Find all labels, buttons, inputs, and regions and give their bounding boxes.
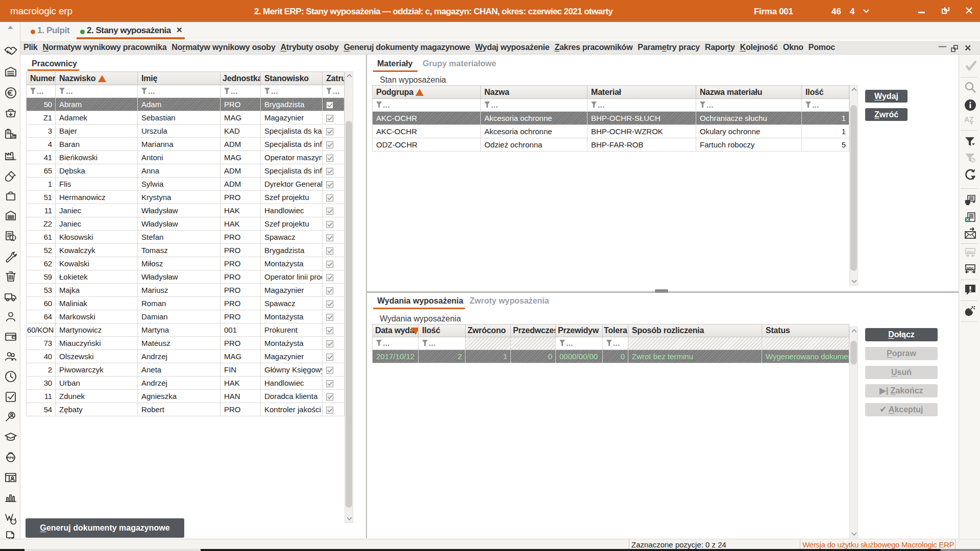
svg-text:PPK: PPK	[7, 456, 14, 460]
svg-text:abc: abc	[967, 249, 974, 254]
svg-text:abc: abc	[967, 266, 974, 270]
svg-text:AZ: AZ	[964, 115, 974, 123]
